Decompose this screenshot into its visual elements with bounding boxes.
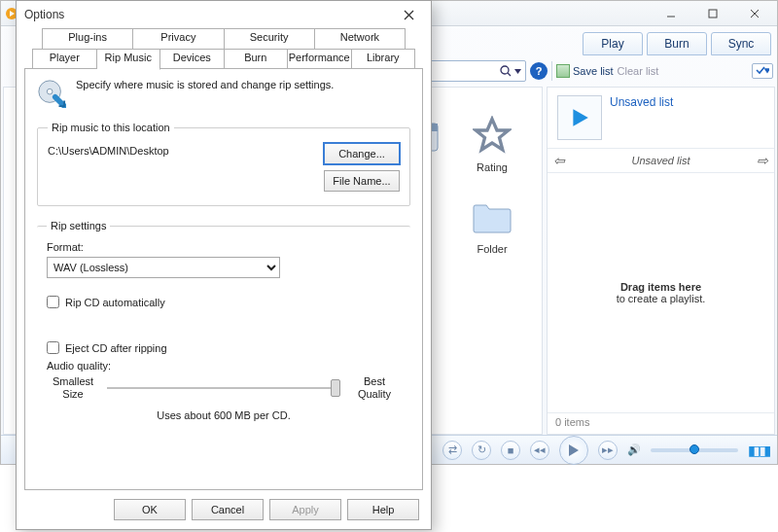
svg-point-14 <box>47 89 53 94</box>
prev-playlist-button[interactable]: ⇦ <box>553 153 565 168</box>
library-item-folder[interactable]: Folder <box>472 196 513 255</box>
tab-play[interactable]: Play <box>583 32 643 55</box>
save-icon <box>556 64 570 78</box>
wmp-toolbar: ? Save list Clear list <box>419 59 773 83</box>
folder-icon <box>472 196 513 237</box>
auto-rip-input[interactable] <box>47 296 59 308</box>
file-name-button[interactable]: File Name... <box>324 170 400 192</box>
ok-button[interactable]: OK <box>114 499 186 520</box>
playlist-thumbnail <box>557 95 602 140</box>
library-item-label: Folder <box>477 243 507 255</box>
maximize-button[interactable] <box>693 4 731 23</box>
eject-cd-label: Eject CD after ripping <box>65 342 167 354</box>
intro-text: Specify where music is stored and change… <box>76 79 334 108</box>
dialog-footer: OK Cancel Apply Help <box>17 490 431 529</box>
change-location-button[interactable]: Change... <box>324 143 400 164</box>
dialog-tabs: Plug-ins Privacy Security Network Player… <box>24 28 423 69</box>
help-button[interactable]: ? <box>530 62 548 80</box>
audio-quality-label: Audio quality: <box>47 360 401 372</box>
minimize-button[interactable] <box>652 4 690 23</box>
rip-location-legend: Rip music to this location <box>48 122 174 133</box>
svg-rect-2 <box>709 10 717 18</box>
tab-performance[interactable]: Performance <box>288 49 352 69</box>
volume-icon[interactable]: 🔊 <box>627 443 641 456</box>
library-item-label: Rating <box>477 161 508 173</box>
tab-devices[interactable]: Devices <box>160 49 225 69</box>
aq-best-label: Best Quality <box>350 375 399 400</box>
tab-sync[interactable]: Sync <box>711 32 771 55</box>
tab-library[interactable]: Library <box>352 49 416 69</box>
tab-security[interactable]: Security <box>225 28 315 50</box>
rip-location-path: C:\Users\ADMIN\Desktop <box>48 143 314 157</box>
repeat-button[interactable]: ↻ <box>472 441 491 460</box>
dialog-titlebar: Options <box>17 1 431 28</box>
rip-music-page: Specify where music is stored and change… <box>24 68 423 490</box>
dialog-close-button[interactable] <box>394 4 423 25</box>
tab-plugins[interactable]: Plug-ins <box>42 28 133 50</box>
tab-burn[interactable]: Burn <box>225 49 289 69</box>
library-item-rating[interactable]: Rating <box>472 115 513 173</box>
tab-network[interactable]: Network <box>315 28 406 50</box>
prev-track-button[interactable]: ◂◂ <box>530 441 549 460</box>
playlist-pane: Unsaved list ⇦ Unsaved list ⇨ Drag items… <box>547 87 775 435</box>
apply-button[interactable]: Apply <box>269 499 341 520</box>
rip-location-group: Rip music to this location C:\Users\ADMI… <box>37 122 410 206</box>
view-toggle-button[interactable]: ◧◨ <box>748 443 769 458</box>
tab-privacy[interactable]: Privacy <box>133 28 224 50</box>
playlist-nav-title: Unsaved list <box>632 155 690 166</box>
wmp-mode-tabs: Play Burn Sync <box>583 32 771 55</box>
star-icon <box>472 115 513 156</box>
format-select[interactable]: WAV (Lossless) <box>47 257 280 278</box>
playlist-options-button[interactable] <box>752 63 773 79</box>
tab-burn[interactable]: Burn <box>647 32 707 55</box>
auto-rip-checkbox[interactable]: Rip CD automatically <box>47 296 401 308</box>
disk-usage-text: Uses about 600 MB per CD. <box>47 409 401 421</box>
next-playlist-button[interactable]: ⇨ <box>757 153 768 168</box>
help-button[interactable]: Help <box>347 499 419 520</box>
shuffle-button[interactable]: ⇄ <box>442 441 462 460</box>
save-list-label: Save list <box>573 65 614 77</box>
drop-title: Drag items here <box>620 281 701 293</box>
eject-cd-checkbox[interactable]: Eject CD after ripping <box>47 341 401 354</box>
dialog-title: Options <box>24 8 64 21</box>
audio-quality-slider[interactable] <box>107 377 340 399</box>
rip-settings-legend: Rip settings <box>47 220 110 231</box>
search-icon <box>500 65 512 77</box>
drop-subtitle: to create a playlist. <box>617 293 706 304</box>
dropdown-icon <box>514 69 521 74</box>
playlist-title: Unsaved list <box>610 95 673 140</box>
options-dialog: Options Plug-ins Privacy Security Networ… <box>16 0 432 530</box>
playlist-nav: ⇦ Unsaved list ⇨ <box>548 148 774 173</box>
cd-rip-icon <box>37 79 66 108</box>
play-pause-button[interactable] <box>559 436 588 465</box>
volume-slider[interactable] <box>651 448 738 452</box>
format-label: Format: <box>47 241 401 253</box>
clear-list-button[interactable]: Clear list <box>618 65 659 77</box>
rip-settings-group: Rip settings Format: WAV (Lossless) Rip … <box>37 220 410 421</box>
cancel-button[interactable]: Cancel <box>192 499 264 520</box>
svg-line-6 <box>508 73 511 76</box>
close-window-button[interactable] <box>735 4 773 23</box>
playlist-drop-area[interactable]: Drag items here to create a playlist. <box>548 173 774 412</box>
aq-smallest-label: Smallest Size <box>49 375 97 400</box>
search-input[interactable] <box>419 60 526 82</box>
stop-button[interactable]: ■ <box>501 441 520 460</box>
tab-player[interactable]: Player <box>32 49 97 69</box>
next-track-button[interactable]: ▸▸ <box>598 441 618 460</box>
close-icon <box>404 10 414 20</box>
svg-point-5 <box>501 66 509 74</box>
auto-rip-label: Rip CD automatically <box>65 297 165 308</box>
playlist-item-count: 0 items <box>548 412 774 434</box>
eject-cd-input[interactable] <box>47 341 59 354</box>
tab-rip-music[interactable]: Rip Music <box>97 49 161 70</box>
save-list-button[interactable]: Save list <box>556 64 614 78</box>
